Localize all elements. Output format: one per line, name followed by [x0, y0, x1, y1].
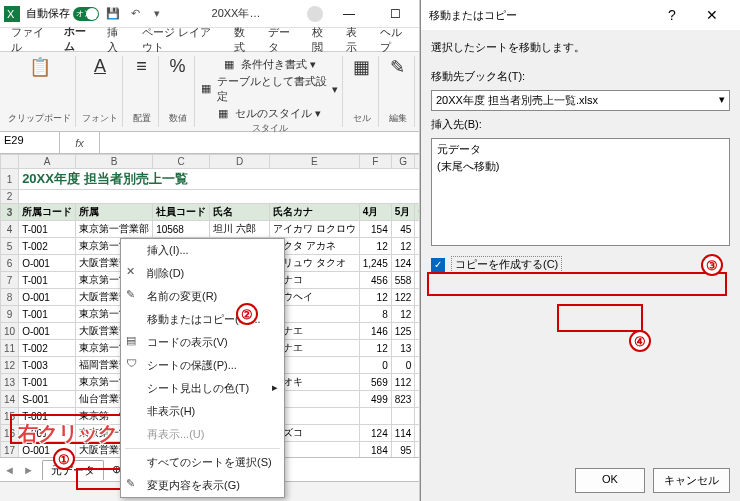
fx-button[interactable]: fx	[60, 132, 100, 153]
cell[interactable]: 0	[359, 357, 391, 374]
ctx-hide[interactable]: 非表示(H)	[121, 400, 284, 423]
cond-format-button[interactable]: ▦条件付き書式▾	[224, 56, 316, 73]
cell[interactable]: 13	[415, 238, 419, 255]
cancel-button[interactable]: キャンセル	[653, 468, 730, 493]
cell[interactable]: 50	[415, 221, 419, 238]
name-box[interactable]: E29	[0, 132, 60, 153]
percent-icon[interactable]: %	[169, 56, 185, 77]
cell[interactable]: 499	[359, 391, 391, 408]
edit-icon[interactable]: ✎	[390, 56, 405, 78]
cell[interactable]: 45	[391, 221, 415, 238]
cell[interactable]: 12	[359, 238, 391, 255]
cell[interactable]: O-001	[19, 323, 76, 340]
cell[interactable]: T-001	[19, 306, 76, 323]
cell[interactable]: 12	[391, 238, 415, 255]
ctx-tab-color[interactable]: シート見出しの色(T)▸	[121, 377, 284, 400]
cell[interactable]	[391, 408, 415, 425]
paste-icon[interactable]: 📋	[29, 56, 51, 78]
cells-icon[interactable]: ▦	[353, 56, 370, 78]
cell[interactable]: T-002	[19, 238, 76, 255]
group-align[interactable]: ≡配置	[125, 56, 159, 127]
cell[interactable]: T-001	[19, 272, 76, 289]
ctx-rename[interactable]: ✎名前の変更(R)	[121, 285, 284, 308]
group-cell[interactable]: ▦セル	[345, 56, 379, 127]
ctx-show-changes[interactable]: ✎変更内容を表示(G)	[121, 474, 284, 497]
cell[interactable]: 124	[391, 255, 415, 272]
book-select[interactable]: 20XX年度 担当者別売上一覧.xlsx▾	[431, 90, 730, 111]
cell[interactable]: T-003	[19, 357, 76, 374]
cell[interactable]: 125	[391, 323, 415, 340]
align-icon[interactable]: ≡	[136, 56, 147, 77]
cell[interactable]: 456	[359, 272, 391, 289]
group-edit[interactable]: ✎編集	[381, 56, 415, 127]
cell[interactable]: 558	[391, 272, 415, 289]
cell[interactable]: 407	[415, 425, 419, 442]
ctx-protect[interactable]: 🛡シートの保護(P)...	[121, 354, 284, 377]
cell[interactable]: S-001	[19, 391, 76, 408]
ctx-move-copy[interactable]: 移動またはコピー(M)...	[121, 308, 284, 331]
ctx-select-all[interactable]: すべてのシートを選択(S)	[121, 451, 284, 474]
cell[interactable]: 134	[415, 289, 419, 306]
cell[interactable]: 554	[415, 391, 419, 408]
cell[interactable]: 443	[415, 255, 419, 272]
cell[interactable]: 95	[391, 442, 415, 458]
sheet-nav-left-icon[interactable]: ◄	[4, 464, 15, 476]
cell[interactable]: 112	[391, 374, 415, 391]
cell[interactable]: 823	[391, 391, 415, 408]
cell[interactable]: 184	[359, 442, 391, 458]
list-item[interactable]: (末尾へ移動)	[434, 158, 727, 175]
cell[interactable]: 12	[359, 289, 391, 306]
cell[interactable]: 8	[359, 306, 391, 323]
cell[interactable]: 0	[391, 357, 415, 374]
cell[interactable]: 52	[415, 340, 419, 357]
cell[interactable]: 154	[359, 221, 391, 238]
cell[interactable]	[415, 357, 419, 374]
dropdown-icon[interactable]: ▾	[149, 6, 165, 22]
cell[interactable]: 坦川 六郎	[210, 221, 270, 238]
sheet-nav-right-icon[interactable]: ►	[23, 464, 34, 476]
list-item[interactable]: 元データ	[434, 141, 727, 158]
cell[interactable]: 13	[391, 340, 415, 357]
dialog-help-button[interactable]: ?	[652, 0, 692, 30]
dialog-close-button[interactable]: ✕	[692, 0, 732, 30]
cell[interactable]: 122	[391, 289, 415, 306]
ctx-delete[interactable]: ✕削除(D)	[121, 262, 284, 285]
ctx-insert[interactable]: 挿入(I)...	[121, 239, 284, 262]
cell[interactable]: O-001	[19, 289, 76, 306]
cell-style-button[interactable]: ▦セルのスタイル▾	[218, 105, 321, 122]
cell[interactable]: 569	[359, 374, 391, 391]
cell[interactable]: T-001	[19, 374, 76, 391]
group-clipboard[interactable]: 📋クリップボード	[4, 56, 76, 127]
undo-icon[interactable]: ↶	[127, 6, 143, 22]
cell[interactable]	[359, 408, 391, 425]
save-icon[interactable]: 💾	[105, 6, 121, 22]
font-icon[interactable]: A	[94, 56, 106, 77]
cell[interactable]: O-001	[19, 255, 76, 272]
formula-input[interactable]	[100, 132, 419, 153]
cell[interactable]: 12	[359, 340, 391, 357]
group-number[interactable]: %数値	[161, 56, 195, 127]
cell[interactable]	[415, 408, 419, 425]
group-font[interactable]: Aフォント	[78, 56, 123, 127]
ctx-view-code[interactable]: ▤コードの表示(V)	[121, 331, 284, 354]
cell[interactable]: 1,245	[359, 255, 391, 272]
cell[interactable]: アイカワ ロクロウ	[269, 221, 359, 238]
before-list[interactable]: 元データ (末尾へ移動)	[431, 138, 730, 246]
cell[interactable]: T-002	[19, 340, 76, 357]
cell[interactable]: 146	[359, 323, 391, 340]
cell[interactable]: 10568	[153, 221, 210, 238]
autosave-toggle[interactable]: 自動保存オン	[26, 6, 99, 21]
create-copy-checkbox[interactable]: ✓ コピーを作成する(C)	[431, 256, 730, 273]
cell[interactable]: 114	[391, 425, 415, 442]
cell[interactable]: 12	[391, 306, 415, 323]
cell[interactable]: T-001	[19, 221, 76, 238]
cell[interactable]: 134	[415, 374, 419, 391]
cell[interactable]: 124	[359, 425, 391, 442]
cell[interactable]: 276	[415, 442, 419, 458]
account-avatar[interactable]	[307, 6, 323, 22]
cell[interactable]: 137	[415, 272, 419, 289]
ok-button[interactable]: OK	[575, 468, 645, 493]
cell[interactable]: 25	[415, 306, 419, 323]
cell[interactable]: 東京第一営業部	[76, 221, 153, 238]
cell[interactable]: 155	[415, 323, 419, 340]
